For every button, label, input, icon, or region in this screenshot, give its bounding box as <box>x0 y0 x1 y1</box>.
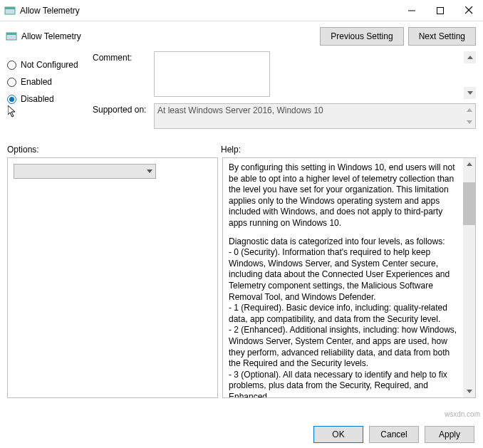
panel-labels: Options: Help: <box>0 137 483 157</box>
policy-icon <box>6 31 17 42</box>
maximize-button[interactable] <box>426 0 455 21</box>
help-label: Help: <box>221 145 241 155</box>
scroll-down-icon <box>463 116 475 128</box>
options-label: Options: <box>7 145 221 155</box>
options-dropdown[interactable] <box>14 164 156 179</box>
supported-label: Supported on: <box>93 103 154 129</box>
scroll-down-icon[interactable] <box>464 87 476 99</box>
comment-label: Comment: <box>93 51 154 99</box>
scroll-up-icon[interactable] <box>464 51 476 63</box>
scrollbar-thumb[interactable] <box>463 182 475 225</box>
help-text: Diagnostic data is categorized into four… <box>229 236 459 248</box>
titlebar: Allow Telemetry <box>0 0 483 21</box>
scroll-up-icon[interactable] <box>463 158 475 170</box>
radio-icon <box>7 78 16 87</box>
chevron-down-icon <box>147 170 152 173</box>
scroll-up-icon <box>463 104 475 116</box>
window-title: Allow Telemetry <box>20 6 398 16</box>
radio-label: Not Configured <box>21 60 78 70</box>
svg-rect-3 <box>437 7 444 14</box>
svg-marker-11 <box>467 120 472 124</box>
svg-marker-8 <box>467 56 473 59</box>
comment-input[interactable] <box>154 51 270 97</box>
app-icon <box>4 5 16 16</box>
radio-icon <box>7 95 16 104</box>
svg-rect-7 <box>6 33 16 35</box>
radio-disabled[interactable]: Disabled <box>7 94 93 104</box>
close-button[interactable] <box>455 0 483 21</box>
help-scrollbar[interactable] <box>463 158 475 397</box>
help-text: - 1 (Required). Basic device info, inclu… <box>229 303 459 325</box>
help-text: - 3 (Optional). All data necessary to id… <box>229 370 459 398</box>
cancel-button[interactable]: Cancel <box>369 426 419 443</box>
previous-setting-button[interactable]: Previous Setting <box>320 27 403 46</box>
header-row: Allow Telemetry Previous Setting Next Se… <box>0 21 483 50</box>
radio-icon <box>7 61 16 70</box>
scroll-down-icon[interactable] <box>463 385 475 397</box>
next-setting-button[interactable]: Next Setting <box>408 27 476 46</box>
svg-marker-14 <box>467 390 472 393</box>
supported-scrollbar <box>463 104 475 128</box>
svg-marker-9 <box>467 91 473 95</box>
radio-group: Not Configured Enabled Disabled <box>7 51 93 133</box>
svg-marker-10 <box>467 108 472 112</box>
comment-scrollbar[interactable] <box>464 51 476 99</box>
cursor-icon <box>8 105 18 120</box>
supported-text: At least Windows Server 2016, Windows 10 <box>157 105 323 115</box>
radio-label: Disabled <box>21 94 54 104</box>
help-text: - 2 (Enhanced). Additional insights, inc… <box>229 325 459 369</box>
panels-row: By configuring this setting in Windows 1… <box>0 157 483 398</box>
radio-enabled[interactable]: Enabled <box>7 77 93 87</box>
svg-rect-1 <box>5 7 15 9</box>
svg-marker-13 <box>467 162 472 166</box>
help-text: By configuring this setting in Windows 1… <box>229 162 459 229</box>
radio-label: Enabled <box>21 77 52 87</box>
options-panel <box>7 157 218 398</box>
supported-on-value: At least Windows Server 2016, Windows 10 <box>154 103 476 129</box>
page-title: Allow Telemetry <box>21 31 316 41</box>
config-area: Not Configured Enabled Disabled Comment: <box>0 50 483 137</box>
watermark: wsxdn.com <box>445 410 480 418</box>
radio-not-configured[interactable]: Not Configured <box>7 60 93 70</box>
footer: OK Cancel Apply <box>0 421 483 448</box>
ok-button[interactable]: OK <box>313 426 363 443</box>
help-panel: By configuring this setting in Windows 1… <box>222 157 476 398</box>
minimize-button[interactable] <box>398 0 426 21</box>
svg-marker-12 <box>147 170 152 173</box>
apply-button[interactable]: Apply <box>425 426 474 443</box>
help-text: - 0 (Security). Information that's requi… <box>229 247 459 303</box>
